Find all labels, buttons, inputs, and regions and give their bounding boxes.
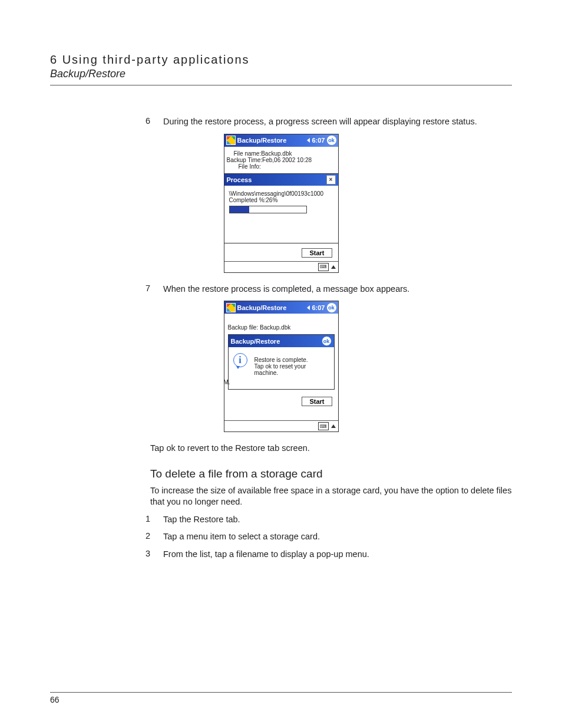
ok-button[interactable]: ok bbox=[327, 303, 336, 312]
process-path: \Windows\messaging\0f00193c1000 bbox=[229, 190, 333, 197]
process-titlebar: Process × bbox=[224, 174, 338, 186]
start-flag-icon[interactable] bbox=[226, 136, 236, 145]
truncated-label: M. bbox=[224, 379, 230, 386]
backup-file-line: Backup file: Backup.dbk bbox=[228, 324, 335, 331]
header-rule bbox=[50, 85, 512, 85]
up-arrow-icon[interactable] bbox=[331, 424, 336, 428]
file-info-line: File Info: bbox=[239, 163, 335, 170]
backup-time-line: Backup Time:Feb,06 2002 10:28 bbox=[227, 157, 335, 163]
message-text: Restore is complete. Tap ok to reset you… bbox=[254, 357, 308, 376]
step-number: 7 bbox=[50, 284, 163, 295]
speaker-icon[interactable] bbox=[307, 305, 310, 310]
post-step7-text: Tap ok to revert to the Restore tab scre… bbox=[150, 443, 512, 454]
figure-complete-message: Backup/Restore 6:07 ok Backup file: Back… bbox=[50, 301, 512, 432]
delete-step-3: 3 From the list, tap a filename to displ… bbox=[50, 549, 512, 561]
progress-fill bbox=[230, 206, 250, 213]
clock: 6:07 bbox=[312, 137, 325, 144]
subheading-delete-file: To delete a file from a storage card bbox=[150, 467, 512, 480]
dialog-title: Backup/Restore bbox=[231, 338, 280, 345]
progress-bar bbox=[229, 206, 307, 213]
app-title: Backup/Restore bbox=[237, 137, 287, 144]
step-text: Tap a menu item to select a storage card… bbox=[163, 531, 512, 543]
step-text: From the list, tap a filename to display… bbox=[163, 549, 512, 561]
speaker-icon[interactable] bbox=[307, 138, 310, 143]
up-arrow-icon[interactable] bbox=[331, 265, 336, 269]
start-button[interactable]: Start bbox=[302, 397, 332, 406]
taskbar: ⌨ bbox=[224, 261, 338, 272]
process-dialog: Process × \Windows\messaging\0f00193c100… bbox=[224, 173, 339, 243]
step-text: Tap the Restore tab. bbox=[163, 514, 512, 526]
figure-progress-screen: Backup/Restore 6:07 ok File name:Backup.… bbox=[50, 134, 512, 273]
pocketpc-screenshot: Backup/Restore 6:07 ok Backup file: Back… bbox=[224, 301, 339, 432]
chapter-title: 6 Using third-party applications bbox=[50, 53, 512, 67]
step-text: During the restore process, a progress s… bbox=[163, 116, 512, 128]
page-number: 66 bbox=[50, 692, 512, 704]
keyboard-icon[interactable]: ⌨ bbox=[318, 422, 329, 430]
section-title: Backup/Restore bbox=[50, 68, 512, 80]
info-icon: i bbox=[233, 353, 247, 367]
page-header: 6 Using third-party applications Backup/… bbox=[50, 53, 512, 85]
step-number: 6 bbox=[50, 116, 163, 128]
subheading-paragraph: To increase the size of available free s… bbox=[150, 485, 512, 508]
keyboard-icon[interactable]: ⌨ bbox=[318, 263, 329, 271]
process-title: Process bbox=[227, 176, 252, 183]
delete-step-2: 2 Tap a menu item to select a storage ca… bbox=[50, 531, 512, 543]
delete-step-1: 1 Tap the Restore tab. bbox=[50, 514, 512, 526]
start-flag-icon[interactable] bbox=[226, 303, 236, 312]
clock: 6:07 bbox=[312, 304, 325, 311]
taskbar: ⌨ bbox=[224, 420, 338, 431]
step-number: 2 bbox=[50, 531, 163, 543]
step-7: 7 When the restore process is completed,… bbox=[50, 284, 512, 295]
ok-button[interactable]: ok bbox=[327, 136, 336, 145]
step-6: 6 During the restore process, a progress… bbox=[50, 116, 512, 128]
message-dialog: Backup/Restore ok i Restore is complete.… bbox=[228, 334, 335, 390]
step-number: 1 bbox=[50, 514, 163, 526]
start-button[interactable]: Start bbox=[302, 248, 332, 258]
file-name-line: File name:Backup.dbk bbox=[234, 150, 335, 157]
titlebar: Backup/Restore 6:07 ok bbox=[224, 134, 338, 147]
dialog-ok-button[interactable]: ok bbox=[322, 336, 332, 346]
pocketpc-screenshot: Backup/Restore 6:07 ok File name:Backup.… bbox=[224, 134, 339, 273]
process-completed: Completed %:26% bbox=[229, 197, 333, 203]
app-title: Backup/Restore bbox=[237, 304, 287, 311]
step-text: When the restore process is completed, a… bbox=[163, 284, 512, 295]
dialog-titlebar: Backup/Restore ok bbox=[229, 335, 334, 347]
step-number: 3 bbox=[50, 549, 163, 561]
titlebar: Backup/Restore 6:07 ok bbox=[224, 301, 338, 314]
close-icon[interactable]: × bbox=[326, 175, 336, 185]
